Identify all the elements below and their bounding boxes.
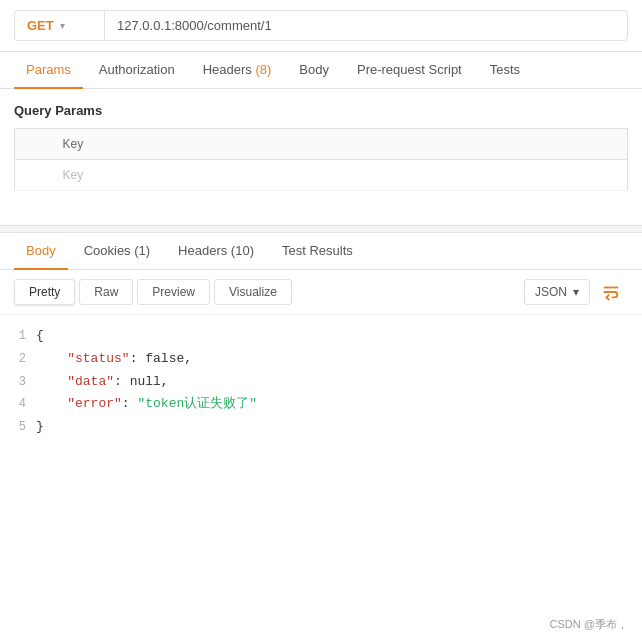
footer-text: CSDN @季布， [550, 618, 628, 630]
response-section: Body Cookies (1) Headers (10) Test Resul… [0, 233, 642, 449]
line-content-3: "data": null, [36, 372, 642, 393]
line-num-4: 4 [0, 395, 36, 414]
method-label: GET [27, 18, 54, 33]
key-data: "data" [67, 374, 114, 389]
params-table: Key Key [14, 128, 628, 191]
key-error: "error" [67, 396, 122, 411]
section-divider [0, 225, 642, 233]
line-content-1: { [36, 326, 642, 347]
response-tabs-bar: Body Cookies (1) Headers (10) Test Resul… [0, 233, 642, 270]
method-chevron-icon: ▾ [60, 20, 65, 31]
url-bar: GET ▾ [0, 0, 642, 52]
line-num-5: 5 [0, 418, 36, 437]
code-line-1: 1 { [0, 325, 642, 348]
params-key-placeholder[interactable]: Key [51, 160, 628, 191]
params-col-checkbox [15, 129, 51, 160]
line-content-5: } [36, 417, 642, 438]
json-format-chevron: ▾ [573, 285, 579, 299]
line-num-2: 2 [0, 350, 36, 369]
val-status: false [145, 351, 184, 366]
code-line-4: 4 "error": "token认证失败了" [0, 393, 642, 416]
url-input[interactable] [104, 10, 628, 41]
json-format-label: JSON [535, 285, 567, 299]
format-btn-raw[interactable]: Raw [79, 279, 133, 305]
format-btn-visualize[interactable]: Visualize [214, 279, 292, 305]
code-line-2: 2 "status": false, [0, 348, 642, 371]
request-section: Query Params Key Key [0, 89, 642, 205]
method-selector[interactable]: GET ▾ [14, 10, 104, 41]
format-btn-pretty[interactable]: Pretty [14, 279, 75, 305]
line-content-2: "status": false, [36, 349, 642, 370]
code-viewer: 1 { 2 "status": false, 3 "data": null, 4… [0, 315, 642, 449]
tab-tests[interactable]: Tests [478, 52, 532, 89]
tab-headers[interactable]: Headers (8) [191, 52, 284, 89]
val-data: null [130, 374, 161, 389]
footer: CSDN @季布， [550, 617, 628, 632]
response-tab-headers[interactable]: Headers (10) [166, 233, 266, 270]
params-col-key: Key [51, 129, 628, 160]
wrap-icon[interactable] [594, 278, 628, 306]
line-content-4: "error": "token认证失败了" [36, 394, 642, 415]
request-tabs-bar: Params Authorization Headers (8) Body Pr… [0, 52, 642, 89]
line-num-1: 1 [0, 327, 36, 346]
code-line-3: 3 "data": null, [0, 371, 642, 394]
params-empty-row: Key [15, 160, 628, 191]
val-error: "token认证失败了" [137, 396, 257, 411]
json-format-selector[interactable]: JSON ▾ [524, 279, 590, 305]
tab-pre-request[interactable]: Pre-request Script [345, 52, 474, 89]
format-bar: Pretty Raw Preview Visualize JSON ▾ [0, 270, 642, 315]
format-btn-preview[interactable]: Preview [137, 279, 210, 305]
key-status: "status" [67, 351, 129, 366]
query-params-title: Query Params [14, 103, 628, 118]
tab-params[interactable]: Params [14, 52, 83, 89]
code-line-5: 5 } [0, 416, 642, 439]
response-tab-test-results[interactable]: Test Results [270, 233, 365, 270]
tab-body[interactable]: Body [287, 52, 341, 89]
line-num-3: 3 [0, 373, 36, 392]
tab-authorization[interactable]: Authorization [87, 52, 187, 89]
response-tab-body[interactable]: Body [14, 233, 68, 270]
response-tab-cookies[interactable]: Cookies (1) [72, 233, 162, 270]
